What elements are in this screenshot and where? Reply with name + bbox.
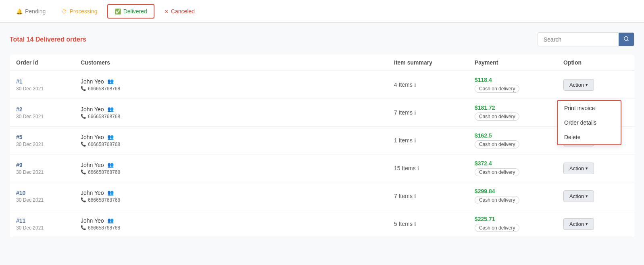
payment-amount: $225.71	[475, 216, 563, 222]
dropdown-item-2[interactable]: Delete	[558, 130, 621, 144]
search-icon	[623, 36, 629, 42]
table-row: #2 30 Dec 2021 John Yeo 👥 📞 666658768768…	[10, 99, 634, 127]
payment-cell: $225.71 Cash on delivery	[475, 216, 563, 232]
phone-icon: 📞	[81, 86, 86, 91]
payment-amount: $299.84	[475, 188, 563, 194]
customer-phone: 📞 666658768768	[81, 142, 394, 147]
user-group-icon: 👥	[107, 78, 114, 84]
action-button[interactable]: Action	[563, 218, 594, 230]
dropdown-item-1[interactable]: Order details	[558, 115, 621, 130]
customer-phone: 📞 666658768768	[81, 86, 394, 92]
tab-processing[interactable]: Processing	[55, 5, 104, 18]
top-tabs-bar: Pending Processing Delivered Canceled	[0, 0, 644, 23]
check-icon	[115, 8, 121, 15]
customer-info: John Yeo 👥 📞 666658768768	[81, 134, 394, 147]
order-date: 30 Dec 2021	[16, 114, 81, 119]
order-id[interactable]: #10	[16, 190, 81, 196]
action-dropdown: Print invoice Order details Delete	[557, 100, 621, 145]
phone-icon: 📞	[81, 142, 86, 147]
phone-icon: 📞	[81, 197, 86, 202]
order-date: 30 Dec 2021	[16, 142, 81, 147]
action-button[interactable]: Action	[563, 163, 594, 174]
customer-name-row: John Yeo 👥	[81, 162, 394, 168]
col-option: Option	[563, 59, 628, 66]
tab-delivered-label: Delivered	[123, 8, 147, 15]
info-icon[interactable]: ℹ	[414, 110, 416, 116]
order-id[interactable]: #5	[16, 134, 81, 140]
payment-method: Cash on delivery	[475, 224, 519, 232]
payment-amount: $118.4	[475, 77, 563, 83]
customer-name: John Yeo	[81, 78, 104, 85]
payment-amount: $162.5	[475, 132, 563, 139]
info-icon[interactable]: ℹ	[414, 138, 416, 144]
customer-info: John Yeo 👥 📞 666658768768	[81, 78, 394, 92]
order-date: 30 Dec 2021	[16, 86, 81, 92]
col-item-summary: Item summary	[394, 59, 475, 66]
payment-method: Cash on delivery	[475, 196, 519, 204]
table-row: #1 30 Dec 2021 John Yeo 👥 📞 666658768768…	[10, 71, 634, 99]
tab-pending[interactable]: Pending	[10, 5, 52, 18]
table-row: #10 30 Dec 2021 John Yeo 👥 📞 66665876876…	[10, 182, 634, 210]
table-row: #9 30 Dec 2021 John Yeo 👥 📞 666658768768…	[10, 154, 634, 182]
order-id-cell: #9 30 Dec 2021	[16, 162, 81, 175]
order-id[interactable]: #1	[16, 78, 81, 85]
top-bar: Total 14 Delivered orders	[10, 32, 634, 46]
order-id[interactable]: #11	[16, 217, 81, 224]
tab-canceled-label: Canceled	[171, 8, 195, 15]
payment-cell: $299.84 Cash on delivery	[475, 188, 563, 204]
search-box[interactable]	[538, 32, 634, 46]
main-content: Total 14 Delivered orders Order id Custo…	[0, 23, 644, 248]
phone-icon: 📞	[81, 225, 86, 230]
option-cell: Action	[563, 163, 628, 174]
customer-name-row: John Yeo 👥	[81, 190, 394, 196]
payment-cell: $162.5 Cash on delivery	[475, 132, 563, 148]
order-id-cell: #2 30 Dec 2021	[16, 106, 81, 119]
customer-name: John Yeo	[81, 134, 104, 140]
tab-pending-label: Pending	[25, 8, 46, 15]
payment-method: Cash on delivery	[475, 140, 519, 148]
customer-phone: 📞 666658768768	[81, 114, 394, 119]
tab-delivered[interactable]: Delivered	[107, 4, 154, 19]
total-label: Total 14 Delivered orders	[10, 36, 86, 43]
info-icon[interactable]: ℹ	[417, 165, 419, 171]
search-button[interactable]	[619, 33, 634, 46]
customer-info: John Yeo 👥 📞 666658768768	[81, 190, 394, 203]
payment-method: Cash on delivery	[475, 85, 519, 93]
tab-processing-label: Processing	[69, 8, 97, 15]
customer-name-row: John Yeo 👥	[81, 78, 394, 85]
search-input[interactable]	[538, 33, 619, 46]
user-group-icon: 👥	[107, 106, 114, 112]
customer-phone: 📞 666658768768	[81, 197, 394, 203]
order-date: 30 Dec 2021	[16, 225, 81, 231]
col-customers: Customers	[81, 59, 394, 66]
order-date: 30 Dec 2021	[16, 197, 81, 203]
customer-name-row: John Yeo 👥	[81, 106, 394, 113]
tab-canceled[interactable]: Canceled	[158, 5, 201, 18]
order-id-cell: #1 30 Dec 2021	[16, 78, 81, 92]
action-button[interactable]: Action	[563, 79, 594, 91]
clock-icon	[62, 8, 67, 15]
order-id[interactable]: #2	[16, 106, 81, 113]
info-icon[interactable]: ℹ	[414, 193, 416, 199]
payment-method: Cash on delivery	[475, 168, 519, 176]
svg-point-0	[624, 37, 628, 40]
customer-name: John Yeo	[81, 190, 104, 196]
payment-method: Cash on delivery	[475, 113, 519, 121]
item-summary: 5 Items ℹ	[394, 221, 475, 227]
action-button[interactable]: Action	[563, 190, 594, 202]
dropdown-item-0[interactable]: Print invoice	[558, 101, 621, 115]
phone-icon: 📞	[81, 114, 86, 119]
option-cell: Action	[563, 190, 628, 202]
payment-amount: $181.72	[475, 104, 563, 111]
table-body: #1 30 Dec 2021 John Yeo 👥 📞 666658768768…	[10, 71, 634, 238]
option-cell: Action	[563, 218, 628, 230]
table-header: Order id Customers Item summary Payment …	[10, 54, 634, 71]
total-prefix: Total	[10, 36, 26, 43]
customer-info: John Yeo 👥 📞 666658768768	[81, 162, 394, 175]
info-icon[interactable]: ℹ	[414, 82, 416, 88]
order-id[interactable]: #9	[16, 162, 81, 168]
payment-cell: $118.4 Cash on delivery	[475, 77, 563, 93]
payment-amount: $372.4	[475, 160, 563, 167]
info-icon[interactable]: ℹ	[414, 221, 416, 227]
user-group-icon: 👥	[107, 162, 114, 168]
